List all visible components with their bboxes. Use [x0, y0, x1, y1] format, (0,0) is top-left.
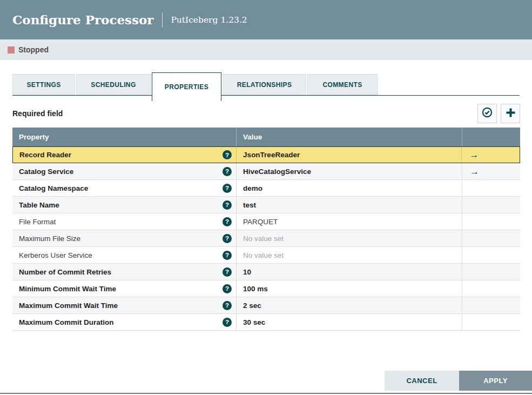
table-row-maximum-file-size[interactable]: Maximum File Size ? No value set	[12, 230, 520, 247]
question-mark-icon[interactable]: ?	[223, 167, 232, 176]
right-arrow-icon[interactable]: →	[469, 150, 479, 159]
tab-properties[interactable]: PROPERTIES	[152, 72, 221, 101]
question-mark-icon[interactable]: ?	[223, 267, 232, 277]
tab-settings[interactable]: SETTINGS	[12, 74, 75, 95]
column-header-goto	[462, 128, 520, 146]
property-value[interactable]: 30 sec	[236, 314, 462, 330]
plus-icon	[506, 108, 516, 120]
apply-button[interactable]: APPLY	[459, 371, 532, 391]
property-name: Kerberos User Service	[19, 251, 223, 259]
table-row-record-reader[interactable]: Record Reader ? JsonTreeReader →	[12, 146, 520, 163]
property-name: Maximum File Size	[19, 235, 223, 243]
property-value[interactable]: HiveCatalogService	[236, 163, 462, 179]
property-value[interactable]: 2 sec	[236, 297, 462, 313]
property-value[interactable]: 100 ms	[236, 280, 462, 297]
table-header: Property Value	[12, 128, 520, 146]
tab-bar: SETTINGS SCHEDULING PROPERTIES RELATIONS…	[12, 72, 520, 96]
dialog-header: Configure Processor PutIceberg 1.23.2	[0, 0, 532, 39]
dialog-bottom-edge	[0, 393, 532, 394]
question-mark-icon[interactable]: ?	[223, 284, 232, 293]
check-circle-icon	[481, 106, 493, 120]
table-row-maximum-commit-wait-time[interactable]: Maximum Commit Wait Time ? 2 sec	[12, 297, 520, 314]
property-name: Minimum Commit Wait Time	[19, 285, 223, 293]
cancel-button[interactable]: CANCEL	[385, 371, 459, 391]
right-arrow-icon[interactable]: →	[470, 167, 479, 176]
column-header-property: Property	[12, 128, 236, 146]
question-mark-icon[interactable]: ?	[223, 234, 232, 243]
tab-underline	[12, 95, 520, 96]
property-value[interactable]: test	[236, 197, 462, 213]
tab-scheduling[interactable]: SCHEDULING	[76, 74, 151, 95]
properties-table: Property Value Record Reader ? JsonTreeR…	[12, 128, 520, 331]
status-label: Stopped	[18, 45, 49, 54]
table-row-maximum-commit-duration[interactable]: Maximum Commit Duration ? 30 sec	[12, 314, 520, 331]
table-row-kerberos-user-service[interactable]: Kerberos User Service ? No value set	[12, 247, 520, 264]
tab-comments[interactable]: COMMENTS	[307, 74, 378, 95]
question-mark-icon[interactable]: ?	[223, 301, 232, 310]
property-value[interactable]: No value set	[236, 230, 462, 246]
property-value[interactable]: No value set	[236, 247, 462, 263]
question-mark-icon[interactable]: ?	[223, 184, 232, 193]
title-divider	[162, 12, 163, 28]
verify-properties-button[interactable]	[477, 104, 497, 123]
table-row-minimum-commit-wait-time[interactable]: Minimum Commit Wait Time ? 100 ms	[12, 280, 520, 297]
property-value[interactable]: 10	[236, 264, 462, 280]
property-value[interactable]: demo	[236, 180, 462, 196]
tab-relationships[interactable]: RELATIONSHIPS	[223, 74, 306, 95]
status-bar: Stopped	[0, 39, 532, 60]
property-value[interactable]: JsonTreeReader	[236, 147, 461, 163]
properties-toolbar: Required field	[12, 104, 520, 123]
dialog-footer: CANCEL APPLY	[385, 371, 532, 391]
table-row-number-of-commit-retries[interactable]: Number of Commit Retries ? 10	[12, 264, 520, 280]
toolbar-buttons	[474, 104, 520, 123]
property-name: Record Reader	[19, 151, 223, 159]
property-name: File Format	[19, 218, 223, 226]
property-name: Number of Commit Retries	[19, 268, 223, 276]
question-mark-icon[interactable]: ?	[223, 200, 232, 210]
question-mark-icon[interactable]: ?	[223, 150, 232, 159]
question-mark-icon[interactable]: ?	[223, 251, 232, 260]
property-name: Table Name	[19, 201, 223, 209]
table-row-table-name[interactable]: Table Name ? test	[12, 197, 520, 213]
property-name: Catalog Service	[19, 168, 223, 176]
dialog-title: Configure Processor	[12, 12, 153, 27]
required-field-label: Required field	[12, 109, 63, 118]
table-row-file-format[interactable]: File Format ? PARQUET	[12, 213, 520, 230]
question-mark-icon[interactable]: ?	[223, 318, 232, 327]
stopped-status-icon	[8, 46, 15, 53]
property-name: Maximum Commit Duration	[19, 318, 223, 326]
processor-name-version: PutIceberg 1.23.2	[171, 15, 247, 25]
table-row-catalog-service[interactable]: Catalog Service ? HiveCatalogService →	[12, 163, 520, 180]
property-value[interactable]: PARQUET	[236, 213, 462, 230]
column-header-value: Value	[236, 128, 462, 146]
dialog-body: SETTINGS SCHEDULING PROPERTIES RELATIONS…	[0, 72, 532, 331]
add-property-button[interactable]	[501, 104, 520, 123]
property-name: Maximum Commit Wait Time	[19, 302, 223, 310]
table-row-catalog-namespace[interactable]: Catalog Namespace ? demo	[12, 180, 520, 197]
property-name: Catalog Namespace	[19, 184, 223, 192]
question-mark-icon[interactable]: ?	[223, 217, 232, 226]
